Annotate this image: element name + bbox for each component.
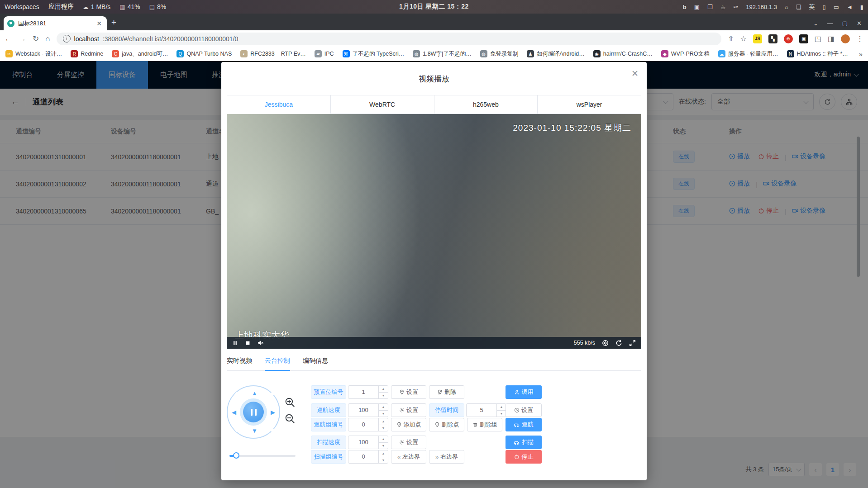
dwell-time-set-button[interactable]: 设置 [506, 403, 542, 417]
applications-menu[interactable]: 应用程序 [48, 3, 74, 11]
caffeine-tray-icon[interactable]: ☕ [720, 4, 726, 10]
ptz-right-button[interactable]: ▶ [271, 409, 275, 415]
forward-button[interactable]: → [19, 34, 26, 43]
preset-call-button[interactable]: 调用 [506, 385, 542, 399]
dark-extension-icon[interactable]: ▣ [799, 34, 808, 43]
mute-button[interactable] [258, 340, 264, 346]
share-icon[interactable]: ⇧ [728, 34, 734, 43]
stop-button[interactable] [245, 340, 251, 346]
cruise-delete-point-button[interactable]: 删除点 [429, 418, 464, 431]
tab-ptz-control[interactable]: 云台控制 [265, 357, 290, 371]
home-button[interactable]: ⌂ [45, 34, 50, 43]
bookmark-item[interactable]: RRedmine [71, 50, 103, 57]
cruise-delete-group-button[interactable]: 删除组 [467, 418, 502, 431]
profile-avatar[interactable] [841, 34, 850, 43]
bookmark-item[interactable]: ◍免登录复制 [480, 50, 519, 58]
tab-live-video[interactable]: 实时视频 [227, 357, 252, 371]
fullscreen-button[interactable] [629, 340, 636, 346]
extensions-puzzle-icon[interactable]: ◳ [815, 34, 821, 43]
network-speed-indicator[interactable]: ☁1 MB/s [83, 3, 111, 10]
stepper-down[interactable]: ▼ [379, 442, 388, 449]
stepper-down[interactable]: ▼ [379, 410, 388, 417]
memory-indicator[interactable]: ▤8% [149, 3, 167, 10]
tab-close-icon[interactable]: ✕ [95, 20, 103, 27]
pause-button[interactable] [232, 340, 238, 346]
snapshot-button[interactable] [602, 340, 609, 346]
ptz-stop-button[interactable]: 停止 [506, 450, 542, 464]
site-info-icon[interactable]: i [63, 35, 71, 43]
bookmark-item[interactable]: NHDAtmos :: 种子 *… [787, 50, 848, 58]
stepper-up[interactable]: ▲ [379, 386, 388, 392]
scan-start-button[interactable]: 扫描 [506, 436, 542, 449]
scan-speed-set-button[interactable]: 设置 [391, 436, 426, 449]
clipboard-tray-icon[interactable]: ❐ [707, 4, 713, 10]
bing-tray-icon[interactable]: b [683, 4, 687, 10]
dialog-close-icon[interactable]: ✕ [631, 68, 639, 79]
bookmark-item[interactable]: ◉hairrrrr/C-CrashC… [593, 50, 653, 57]
bookmark-item[interactable]: ♟如何编译Android… [527, 50, 585, 58]
zoom-out-button[interactable] [285, 413, 296, 424]
js-extension-icon[interactable]: JS [753, 34, 762, 43]
ptz-speed-slider[interactable] [229, 452, 296, 459]
cpu-indicator[interactable]: ▦41% [119, 3, 140, 10]
workspaces-button[interactable]: Workspaces [5, 3, 39, 10]
stepper-up[interactable]: ▲ [379, 418, 388, 425]
reload-stream-button[interactable] [615, 340, 622, 346]
bookmarks-overflow-button[interactable]: » [859, 50, 863, 58]
cruise-speed-set-button[interactable]: 设置 [391, 403, 426, 417]
left-boundary-button[interactable]: «左边界 [391, 450, 426, 464]
adblock-extension-icon[interactable]: ⊖ [784, 34, 793, 43]
home-tray-icon[interactable]: ⌂ [785, 4, 788, 10]
input-method-indicator[interactable]: 英 [809, 3, 815, 11]
windows-tray-icon[interactable]: ❏ [796, 4, 801, 10]
ptz-down-button[interactable]: ▼ [252, 428, 258, 434]
window-maximize-button[interactable]: ▢ [842, 20, 848, 27]
bookmark-star-icon[interactable]: ☆ [740, 34, 746, 43]
bookmark-item[interactable]: ◍1.8W字|了不起的… [413, 50, 471, 58]
stepper-down[interactable]: ▼ [379, 425, 388, 431]
tab-webrtc[interactable]: WebRTC [331, 95, 434, 114]
cruise-speed-input[interactable]: 100▲▼ [348, 403, 388, 417]
browser-menu-icon[interactable]: ⋮ [856, 34, 863, 43]
bookmark-item[interactable]: ☁服务器 - 轻量应用… [718, 50, 778, 58]
bookmark-item[interactable]: ◐RFC2833 – RTP Ev… [240, 50, 306, 57]
side-panel-icon[interactable]: ◨ [828, 34, 835, 43]
ptz-left-button[interactable]: ◀ [232, 409, 236, 415]
address-bar[interactable]: i localhost :38080/#/channelList/3402000… [57, 33, 721, 45]
stepper-up[interactable]: ▲ [379, 450, 388, 457]
bookmark-item[interactable]: 知了不起的 TypeScri… [343, 50, 405, 58]
scan-group-input[interactable]: 0▲▼ [348, 450, 388, 464]
stepper-down[interactable]: ▼ [497, 410, 506, 417]
screenshot-tray-icon[interactable]: ▣ [694, 4, 700, 10]
window-minimize-button[interactable]: — [827, 20, 833, 27]
volume-tray-icon[interactable]: ◄ [847, 4, 853, 10]
preset-set-button[interactable]: 设置 [391, 385, 426, 399]
cruise-group-input[interactable]: 0▲▼ [348, 418, 388, 431]
phone-tray-icon[interactable]: ▯ [823, 4, 826, 10]
battery-tray-icon[interactable]: ▮ [860, 4, 863, 10]
tab-jessibuca[interactable]: Jessibuca [227, 95, 331, 114]
browser-tab[interactable]: 国标28181 ✕ [4, 16, 107, 30]
bookmark-item[interactable]: QQNAP Turbo NAS [176, 50, 232, 57]
stepper-down[interactable]: ▼ [379, 457, 388, 464]
ptz-up-button[interactable]: ▲ [252, 390, 258, 396]
ptz-center-pause-button[interactable] [243, 402, 264, 422]
reload-button[interactable]: ↻ [33, 34, 39, 43]
tab-search-icon[interactable]: ⌄ [813, 20, 818, 27]
tab-wsplayer[interactable]: wsPlayer [538, 95, 641, 114]
tool-tray-icon[interactable]: ✑ [733, 4, 738, 10]
stepper-up[interactable]: ▲ [379, 404, 388, 410]
clock[interactable]: 1月10日 星期二 15：22 [399, 3, 469, 11]
bookmark-item[interactable]: ◆WVP-PRO文档 [661, 50, 710, 58]
back-button[interactable]: ← [5, 34, 12, 43]
stepper-up[interactable]: ▲ [379, 436, 388, 442]
preset-number-input[interactable]: 1▲▼ [348, 385, 388, 399]
stepper-up[interactable]: ▲ [497, 404, 506, 410]
slider-handle[interactable] [233, 452, 239, 459]
preset-delete-button[interactable]: 删除 [429, 385, 464, 399]
right-boundary-button[interactable]: »右边界 [429, 450, 464, 464]
ip-address[interactable]: 192.168.1.3 [746, 4, 777, 10]
dwell-time-input[interactable]: 5▲▼ [466, 403, 506, 417]
new-tab-button[interactable]: + [111, 18, 116, 28]
cruise-start-button[interactable]: 巡航 [506, 418, 542, 431]
